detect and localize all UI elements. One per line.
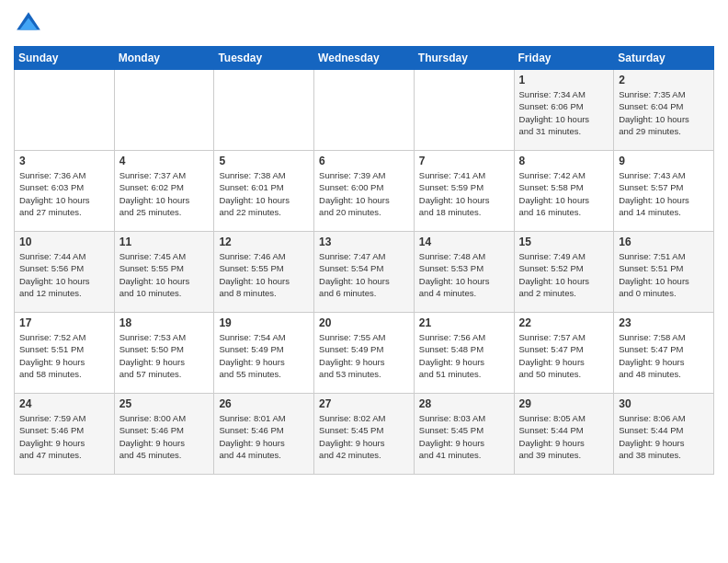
calendar-cell-week4-day0: 17Sunrise: 7:52 AM Sunset: 5:51 PM Dayli…	[15, 313, 115, 394]
calendar-cell-week1-day0	[15, 70, 115, 151]
calendar-week-1: 1Sunrise: 7:34 AM Sunset: 6:06 PM Daylig…	[15, 70, 714, 151]
day-info: Sunrise: 7:43 AM Sunset: 5:57 PM Dayligh…	[619, 169, 709, 218]
day-number: 22	[519, 316, 609, 329]
calendar-cell-week4-day3: 20Sunrise: 7:55 AM Sunset: 5:49 PM Dayli…	[314, 313, 415, 394]
day-number: 2	[619, 74, 709, 86]
day-number: 11	[119, 236, 210, 248]
weekday-header-saturday: Saturday	[614, 47, 714, 70]
day-info: Sunrise: 8:06 AM Sunset: 5:44 PM Dayligh…	[619, 412, 709, 461]
weekday-header-monday: Monday	[114, 47, 214, 70]
day-number: 30	[619, 397, 709, 410]
logo-icon	[14, 9, 43, 39]
day-info: Sunrise: 7:44 AM Sunset: 5:56 PM Dayligh…	[19, 250, 109, 299]
calendar-table: SundayMondayTuesdayWednesdayThursdayFrid…	[14, 46, 714, 475]
calendar-week-2: 3Sunrise: 7:36 AM Sunset: 6:03 PM Daylig…	[15, 151, 714, 232]
day-info: Sunrise: 7:51 AM Sunset: 5:51 PM Dayligh…	[619, 250, 709, 299]
day-info: Sunrise: 7:35 AM Sunset: 6:04 PM Dayligh…	[619, 88, 709, 137]
calendar-cell-week1-day4	[414, 70, 514, 151]
calendar-cell-week4-day1: 18Sunrise: 7:53 AM Sunset: 5:50 PM Dayli…	[114, 313, 214, 394]
weekday-header-tuesday: Tuesday	[214, 47, 314, 70]
day-info: Sunrise: 8:05 AM Sunset: 5:44 PM Dayligh…	[519, 412, 609, 461]
calendar-cell-week1-day1	[114, 70, 214, 151]
calendar-cell-week3-day1: 11Sunrise: 7:45 AM Sunset: 5:55 PM Dayli…	[114, 232, 214, 313]
calendar-week-3: 10Sunrise: 7:44 AM Sunset: 5:56 PM Dayli…	[15, 232, 714, 313]
day-number: 4	[119, 155, 210, 167]
day-number: 19	[219, 316, 309, 329]
calendar-cell-week5-day1: 25Sunrise: 8:00 AM Sunset: 5:46 PM Dayli…	[114, 394, 214, 475]
calendar-header: SundayMondayTuesdayWednesdayThursdayFrid…	[15, 47, 714, 70]
day-info: Sunrise: 7:52 AM Sunset: 5:51 PM Dayligh…	[19, 331, 109, 380]
calendar-body: 1Sunrise: 7:34 AM Sunset: 6:06 PM Daylig…	[15, 70, 714, 475]
calendar-cell-week2-day0: 3Sunrise: 7:36 AM Sunset: 6:03 PM Daylig…	[15, 151, 115, 232]
day-number: 25	[119, 397, 210, 410]
calendar-week-5: 24Sunrise: 7:59 AM Sunset: 5:46 PM Dayli…	[15, 394, 714, 475]
calendar-cell-week3-day3: 13Sunrise: 7:47 AM Sunset: 5:54 PM Dayli…	[314, 232, 415, 313]
calendar-cell-week2-day1: 4Sunrise: 7:37 AM Sunset: 6:02 PM Daylig…	[114, 151, 214, 232]
day-info: Sunrise: 8:02 AM Sunset: 5:45 PM Dayligh…	[319, 412, 409, 461]
calendar-cell-week5-day3: 27Sunrise: 8:02 AM Sunset: 5:45 PM Dayli…	[314, 394, 415, 475]
calendar-cell-week3-day4: 14Sunrise: 7:48 AM Sunset: 5:53 PM Dayli…	[414, 232, 514, 313]
day-info: Sunrise: 7:42 AM Sunset: 5:58 PM Dayligh…	[519, 169, 609, 218]
day-number: 10	[19, 236, 109, 248]
page: SundayMondayTuesdayWednesdayThursdayFrid…	[0, 0, 728, 484]
calendar-cell-week5-day0: 24Sunrise: 7:59 AM Sunset: 5:46 PM Dayli…	[15, 394, 115, 475]
calendar-cell-week5-day5: 29Sunrise: 8:05 AM Sunset: 5:44 PM Dayli…	[514, 394, 614, 475]
day-number: 15	[519, 236, 609, 248]
day-number: 14	[419, 236, 509, 248]
calendar-cell-week1-day2	[214, 70, 314, 151]
day-number: 28	[419, 397, 509, 410]
calendar-cell-week4-day4: 21Sunrise: 7:56 AM Sunset: 5:48 PM Dayli…	[414, 313, 514, 394]
calendar-cell-week2-day4: 7Sunrise: 7:41 AM Sunset: 5:59 PM Daylig…	[414, 151, 514, 232]
day-info: Sunrise: 7:38 AM Sunset: 6:01 PM Dayligh…	[219, 169, 309, 218]
day-info: Sunrise: 7:39 AM Sunset: 6:00 PM Dayligh…	[319, 169, 409, 218]
weekday-header-friday: Friday	[514, 47, 614, 70]
header	[14, 9, 714, 39]
day-number: 7	[419, 155, 509, 167]
day-info: Sunrise: 7:34 AM Sunset: 6:06 PM Dayligh…	[519, 88, 609, 137]
calendar-cell-week5-day2: 26Sunrise: 8:01 AM Sunset: 5:46 PM Dayli…	[214, 394, 314, 475]
day-number: 29	[519, 397, 609, 410]
day-info: Sunrise: 7:56 AM Sunset: 5:48 PM Dayligh…	[419, 331, 509, 380]
calendar-cell-week4-day6: 23Sunrise: 7:58 AM Sunset: 5:47 PM Dayli…	[614, 313, 714, 394]
day-info: Sunrise: 7:37 AM Sunset: 6:02 PM Dayligh…	[119, 169, 210, 218]
day-info: Sunrise: 7:36 AM Sunset: 6:03 PM Dayligh…	[19, 169, 109, 218]
day-info: Sunrise: 7:53 AM Sunset: 5:50 PM Dayligh…	[119, 331, 210, 380]
day-info: Sunrise: 7:48 AM Sunset: 5:53 PM Dayligh…	[419, 250, 509, 299]
weekday-header-thursday: Thursday	[414, 47, 514, 70]
day-number: 5	[219, 155, 309, 167]
day-number: 12	[219, 236, 309, 248]
calendar-cell-week3-day6: 16Sunrise: 7:51 AM Sunset: 5:51 PM Dayli…	[614, 232, 714, 313]
calendar-cell-week4-day5: 22Sunrise: 7:57 AM Sunset: 5:47 PM Dayli…	[514, 313, 614, 394]
calendar-cell-week4-day2: 19Sunrise: 7:54 AM Sunset: 5:49 PM Dayli…	[214, 313, 314, 394]
day-info: Sunrise: 7:59 AM Sunset: 5:46 PM Dayligh…	[19, 412, 109, 461]
day-info: Sunrise: 8:00 AM Sunset: 5:46 PM Dayligh…	[119, 412, 210, 461]
day-info: Sunrise: 7:47 AM Sunset: 5:54 PM Dayligh…	[319, 250, 409, 299]
calendar-cell-week2-day5: 8Sunrise: 7:42 AM Sunset: 5:58 PM Daylig…	[514, 151, 614, 232]
day-number: 26	[219, 397, 309, 410]
day-number: 21	[419, 316, 509, 329]
calendar-cell-week5-day6: 30Sunrise: 8:06 AM Sunset: 5:44 PM Dayli…	[614, 394, 714, 475]
day-number: 24	[19, 397, 109, 410]
day-info: Sunrise: 7:49 AM Sunset: 5:52 PM Dayligh…	[519, 250, 609, 299]
day-number: 16	[619, 236, 709, 248]
day-number: 17	[19, 316, 109, 329]
day-number: 27	[319, 397, 409, 410]
day-info: Sunrise: 7:58 AM Sunset: 5:47 PM Dayligh…	[619, 331, 709, 380]
calendar-cell-week1-day5: 1Sunrise: 7:34 AM Sunset: 6:06 PM Daylig…	[514, 70, 614, 151]
day-info: Sunrise: 7:45 AM Sunset: 5:55 PM Dayligh…	[119, 250, 210, 299]
calendar-week-4: 17Sunrise: 7:52 AM Sunset: 5:51 PM Dayli…	[15, 313, 714, 394]
day-number: 6	[319, 155, 409, 167]
calendar-cell-week1-day6: 2Sunrise: 7:35 AM Sunset: 6:04 PM Daylig…	[614, 70, 714, 151]
calendar-cell-week3-day5: 15Sunrise: 7:49 AM Sunset: 5:52 PM Dayli…	[514, 232, 614, 313]
day-number: 20	[319, 316, 409, 329]
day-number: 18	[119, 316, 210, 329]
calendar-cell-week3-day0: 10Sunrise: 7:44 AM Sunset: 5:56 PM Dayli…	[15, 232, 115, 313]
day-number: 3	[19, 155, 109, 167]
calendar-cell-week2-day3: 6Sunrise: 7:39 AM Sunset: 6:00 PM Daylig…	[314, 151, 415, 232]
calendar-cell-week2-day2: 5Sunrise: 7:38 AM Sunset: 6:01 PM Daylig…	[214, 151, 314, 232]
calendar-cell-week1-day3	[314, 70, 415, 151]
weekday-header-row: SundayMondayTuesdayWednesdayThursdayFrid…	[15, 47, 714, 70]
calendar-cell-week3-day2: 12Sunrise: 7:46 AM Sunset: 5:55 PM Dayli…	[214, 232, 314, 313]
calendar-cell-week2-day6: 9Sunrise: 7:43 AM Sunset: 5:57 PM Daylig…	[614, 151, 714, 232]
day-number: 8	[519, 155, 609, 167]
